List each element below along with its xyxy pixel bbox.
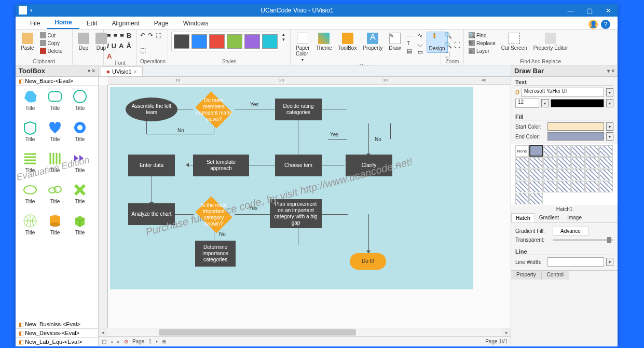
shape-oval[interactable]: Title [19,182,42,211]
swatch-blue[interactable] [191,34,207,49]
font-dropdown-button[interactable]: ▾ [606,88,613,96]
underline-button[interactable]: U [112,42,116,50]
scroll-left-button[interactable]: ◂ [99,328,107,336]
node-decide[interactable]: Decide rating categories [275,99,322,120]
font-size-select[interactable]: 12 [515,99,539,108]
shape-text-button[interactable]: T [405,39,414,47]
hatch-pattern[interactable] [599,169,613,180]
drawing-page[interactable]: Yes No No Yes No Yes [110,87,473,289]
shape-shield[interactable]: Title [19,120,42,149]
layer-button[interactable]: ≣Layer [467,47,497,54]
linewidth-dropdown-button[interactable]: ▾ [606,258,613,266]
theme-button[interactable]: Theme [314,32,334,52]
bold-button[interactable]: B [127,32,131,39]
hatch-pattern[interactable] [599,145,613,157]
status-prevpage-icon[interactable]: ◃ [111,339,113,344]
status-newpage-icon[interactable]: ▢ [102,339,106,344]
node-doit[interactable]: Do It! [350,253,386,270]
styles-more-button[interactable]: ▴▾ [282,32,287,42]
hatch-pattern[interactable] [543,169,557,180]
align-left-button[interactable]: ≡ [107,32,111,39]
op-group-button[interactable]: ⬚ [156,32,161,39]
tab-uvisio1[interactable]: UVisio1× [101,66,143,76]
font-color-box[interactable] [551,99,604,107]
swatch-green[interactable] [227,34,242,49]
close-button[interactable]: ✕ [599,4,618,17]
status-addpage-icon[interactable]: ⊕ [162,339,166,344]
hatch-pattern[interactable] [557,145,571,157]
shape-line-button[interactable]: — [405,32,414,39]
hatch-pattern[interactable] [543,145,557,157]
hatch-pattern[interactable] [571,181,585,192]
menu-windows[interactable]: Windows [176,18,216,29]
maximize-button[interactable]: ▢ [580,4,599,17]
font-color-button[interactable]: A [107,52,112,60]
find-button[interactable]: 🔍Find [467,32,497,39]
hatch-pattern[interactable] [571,157,585,169]
align-center-button[interactable]: ≡ [114,32,118,39]
hatch-pattern[interactable] [557,181,571,192]
cut-screen-button[interactable]: Cut Screen [499,32,529,52]
shape-quatrefoil[interactable]: Title [68,89,91,118]
shape-note-button[interactable]: ▤ [405,47,414,55]
shape-x[interactable]: Title [68,182,91,211]
shape-globe[interactable]: Title [19,213,42,242]
hatch-pattern[interactable] [515,169,529,180]
shape-arc-button[interactable]: ◡ [416,40,424,48]
swatch-dark[interactable] [174,34,189,49]
hatch-none[interactable]: None [515,145,529,157]
property-editor-button[interactable]: Property Editor [531,32,570,52]
hatch-selected[interactable] [529,145,543,157]
advance-button[interactable]: Advance [553,227,588,235]
node-known[interactable]: Is the most important category known? [193,199,235,230]
dup-button-1[interactable]: Dup [76,32,91,52]
transparent-slider[interactable] [553,239,613,241]
canvas[interactable]: 10 20 30 40 Yes No No [99,77,511,328]
shape-stripes1[interactable]: Title [19,151,42,180]
delete-button[interactable]: Delete [38,47,64,54]
toolbox-cat-lab[interactable]: New_Lab_Equ-<Eval> [16,338,98,346]
paste-button[interactable]: Paste [19,32,36,52]
toolbox-button[interactable]: ToolBox [336,32,359,52]
status-deletepage-icon[interactable]: ⊘ [124,339,128,344]
shape-stripes2[interactable]: Title [44,151,66,180]
hatch-pattern[interactable] [585,157,599,169]
zoom-fit-button[interactable]: ⛶ [454,41,460,49]
node-views[interactable]: Do team members represent many views? [193,94,235,126]
node-enter[interactable]: Enter data [128,155,175,176]
drawbar-pin-icon[interactable]: ▾ × [607,68,614,74]
status-nextpage-icon[interactable]: ▹ [117,339,120,344]
hatch-pattern[interactable] [529,169,543,180]
scroll-right-button[interactable]: ▸ [502,328,511,336]
toolbox-cat-business[interactable]: New_Businiss-<Eval> [16,320,98,329]
tab-image[interactable]: Image [563,213,586,222]
node-plan[interactable]: Plan improvement on an important categor… [270,199,322,228]
node-diamond-2[interactable] [347,94,388,126]
hatch-pattern[interactable] [571,145,585,157]
hatch-pattern[interactable] [585,181,599,192]
menu-alignment[interactable]: Alignment [104,18,146,29]
end-color-box[interactable] [547,132,604,141]
start-color-box[interactable] [547,122,604,131]
help-icon[interactable]: ? [601,20,610,29]
copy-button[interactable]: Copy [38,39,64,47]
scroll-thumb[interactable] [159,329,356,336]
tab-hatch[interactable]: Hatch [511,213,535,222]
hatch-pattern[interactable] [529,157,543,169]
save-icon[interactable] [19,6,27,15]
zoom-out-button[interactable]: 🔍 [444,41,452,49]
horizontal-scrollbar[interactable]: ◂ ▸ [99,328,511,336]
line-width-select[interactable] [547,257,604,267]
menu-edit[interactable]: Edit [79,18,105,29]
hatch-pattern[interactable] [515,181,529,192]
zoom-100-button[interactable]: ⬚ [444,51,450,58]
font-family-select[interactable]: Microsoft YaHei UI [522,88,604,97]
font-picker-button[interactable]: A [119,42,124,50]
replace-button[interactable]: ↻Replace [467,39,497,47]
node-template[interactable]: Set template approach [193,155,249,176]
op-ungroup-button[interactable]: ⬚ [140,47,146,54]
hatch-pattern[interactable] [543,157,557,169]
user-icon[interactable]: 👤 [588,20,598,29]
hatch-pattern[interactable] [529,193,543,204]
zoom-in-button[interactable]: 🔍 [444,32,452,39]
